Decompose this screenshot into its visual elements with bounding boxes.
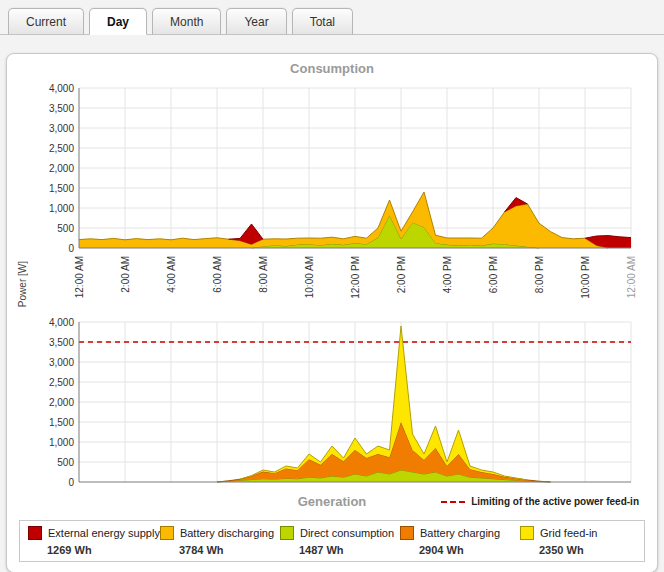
svg-text:2,000: 2,000 — [49, 397, 74, 408]
tab-month[interactable]: Month — [152, 8, 221, 35]
generation-chart: 05001,0001,5002,0002,5003,0003,5004,000 — [29, 312, 649, 490]
svg-text:4:00 PM: 4:00 PM — [442, 256, 453, 293]
svg-text:3,500: 3,500 — [49, 337, 74, 348]
limit-line-label: Limiting of the active power feed-in — [471, 496, 639, 507]
legend-swatch-icon — [160, 526, 174, 540]
limit-line-note: Limiting of the active power feed-in — [441, 496, 639, 507]
svg-text:3,500: 3,500 — [49, 103, 74, 114]
tab-day[interactable]: Day — [89, 8, 147, 35]
legend-item-label: Grid feed-in — [540, 527, 597, 539]
energy-balance-panel: Consumption Power [W] 05001,0001,5002,00… — [6, 53, 658, 572]
svg-text:1,000: 1,000 — [49, 203, 74, 214]
legend-swatch-icon — [400, 526, 414, 540]
svg-text:1,500: 1,500 — [49, 183, 74, 194]
svg-text:6:00 AM: 6:00 AM — [212, 256, 223, 293]
legend-item-value: 2350 Wh — [539, 544, 640, 556]
legend: External energy supply1269 WhBattery dis… — [19, 520, 645, 562]
legend-item-value: 1269 Wh — [47, 544, 160, 556]
svg-text:4,000: 4,000 — [49, 317, 74, 328]
svg-text:2:00 AM: 2:00 AM — [120, 256, 131, 293]
legend-swatch-icon — [280, 526, 294, 540]
legend-item-label: Battery charging — [420, 527, 500, 539]
svg-text:2,000: 2,000 — [49, 163, 74, 174]
svg-text:500: 500 — [57, 223, 74, 234]
charts-column: 05001,0001,5002,0002,5003,0003,5004,0001… — [29, 78, 649, 490]
legend-item: External energy supply1269 Wh — [28, 526, 160, 556]
charts-area: Power [W] 05001,0001,5002,0002,5003,0003… — [15, 78, 649, 490]
legend-swatch-icon — [520, 526, 534, 540]
legend-item-label: External energy supply — [48, 527, 160, 539]
svg-text:12:00 AM: 12:00 AM — [74, 256, 85, 298]
svg-text:10:00 PM: 10:00 PM — [580, 256, 591, 299]
svg-text:2,500: 2,500 — [49, 143, 74, 154]
svg-text:4,000: 4,000 — [49, 83, 74, 94]
consumption-chart: 05001,0001,5002,0002,5003,0003,5004,0001… — [29, 78, 649, 312]
svg-text:12:00 AM: 12:00 AM — [626, 256, 637, 298]
consumption-chart-title: Consumption — [15, 60, 649, 78]
tab-year[interactable]: Year — [226, 8, 286, 35]
limit-line-dash-icon — [441, 501, 465, 503]
legend-item-value: 2904 Wh — [419, 544, 520, 556]
legend-item-value: 1487 Wh — [299, 544, 400, 556]
legend-item: Battery discharging3784 Wh — [160, 526, 280, 556]
tab-bar: CurrentDayMonthYearTotal — [0, 0, 664, 35]
legend-swatch-icon — [28, 526, 42, 540]
svg-text:2:00 PM: 2:00 PM — [396, 256, 407, 293]
legend-item-label: Battery discharging — [180, 527, 274, 539]
y-axis-label-column: Power [W] — [15, 78, 29, 490]
svg-text:1,500: 1,500 — [49, 417, 74, 428]
legend-item: Battery charging2904 Wh — [400, 526, 520, 556]
tab-total[interactable]: Total — [292, 8, 353, 35]
svg-text:8:00 PM: 8:00 PM — [534, 256, 545, 293]
svg-text:10:00 AM: 10:00 AM — [304, 256, 315, 298]
svg-text:0: 0 — [68, 243, 74, 254]
svg-text:0: 0 — [68, 477, 74, 488]
legend-item: Grid feed-in2350 Wh — [520, 526, 640, 556]
svg-text:3,000: 3,000 — [49, 123, 74, 134]
svg-text:12:00 PM: 12:00 PM — [350, 256, 361, 299]
svg-text:2,500: 2,500 — [49, 377, 74, 388]
legend-item: Direct consumption1487 Wh — [280, 526, 400, 556]
legend-item-value: 3784 Wh — [179, 544, 280, 556]
svg-text:500: 500 — [57, 457, 74, 468]
generation-title-row: Generation Limiting of the active power … — [15, 492, 649, 512]
svg-text:6:00 PM: 6:00 PM — [488, 256, 499, 293]
legend-item-label: Direct consumption — [300, 527, 394, 539]
svg-text:1,000: 1,000 — [49, 437, 74, 448]
svg-text:4:00 AM: 4:00 AM — [166, 256, 177, 293]
svg-text:8:00 AM: 8:00 AM — [258, 256, 269, 293]
tab-current[interactable]: Current — [8, 8, 84, 35]
power-axis-label: Power [W] — [17, 261, 28, 307]
svg-text:3,000: 3,000 — [49, 357, 74, 368]
